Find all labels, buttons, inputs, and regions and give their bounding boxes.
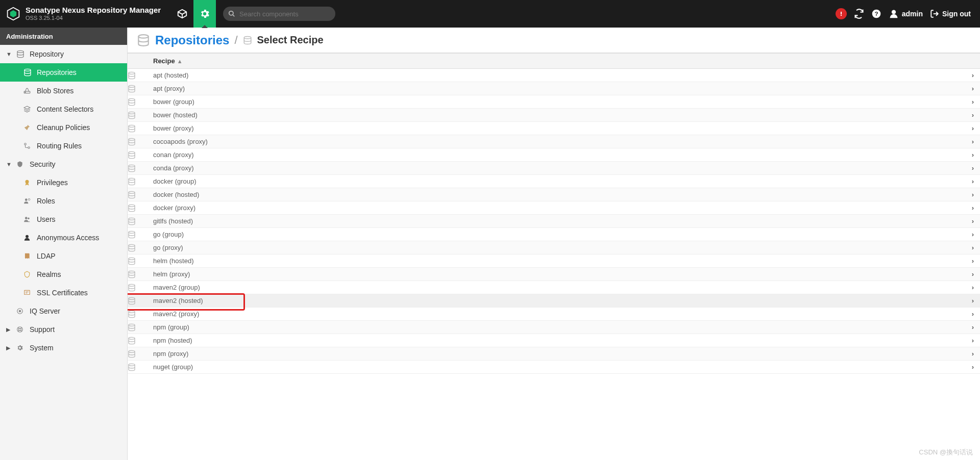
- database-icon: [128, 284, 148, 292]
- recipe-name: maven2 (hosted): [148, 297, 972, 304]
- svg-point-27: [19, 310, 21, 312]
- svg-point-37: [129, 85, 135, 87]
- chevron-right-icon: ›: [972, 270, 974, 278]
- recipe-row[interactable]: bower (group)›: [128, 95, 980, 109]
- sidebar-item-blob-stores[interactable]: Blob Stores: [0, 82, 127, 100]
- recipe-name: npm (group): [148, 323, 972, 331]
- database-icon: [243, 36, 252, 45]
- sidebar-item-realms[interactable]: Realms: [0, 265, 127, 284]
- chevron-right-icon: ›: [972, 164, 974, 172]
- recipe-row[interactable]: nuget (group)›: [128, 361, 980, 374]
- chevron-right-icon: ›: [972, 204, 974, 212]
- db-icon: [16, 50, 26, 58]
- recipe-row[interactable]: helm (hosted)›: [128, 254, 980, 268]
- database-icon: [128, 98, 148, 106]
- recipe-row[interactable]: npm (hosted)›: [128, 334, 980, 347]
- sidebar-tree: ▼RepositoryRepositoriesBlob StoresConten…: [0, 45, 127, 460]
- svg-point-19: [28, 198, 30, 200]
- caret-icon: ▶: [6, 345, 12, 351]
- help-icon[interactable]: ?: [871, 9, 881, 19]
- shield-icon: [16, 161, 26, 168]
- recipe-row[interactable]: apt (hosted)›: [128, 69, 980, 82]
- recipe-row[interactable]: bower (hosted)›: [128, 109, 980, 122]
- svg-point-40: [129, 125, 135, 127]
- sidebar-item-security[interactable]: ▼Security: [0, 155, 127, 173]
- recipe-row[interactable]: bower (proxy)›: [128, 122, 980, 135]
- recipe-row[interactable]: go (proxy)›: [128, 241, 980, 254]
- recipe-name: bower (group): [148, 98, 972, 106]
- recipe-name: helm (proxy): [148, 270, 972, 278]
- breadcrumb-separator: /: [234, 34, 237, 47]
- logo-area: Sonatype Nexus Repository Manager OSS 3.…: [0, 6, 167, 21]
- sidebar-item-label: LDAP: [37, 252, 56, 260]
- sidebar-section-header: Administration: [0, 28, 127, 45]
- svg-point-45: [129, 191, 135, 193]
- database-icon: [128, 350, 148, 358]
- sidebar-item-repositories[interactable]: Repositories: [0, 63, 127, 82]
- database-icon: [128, 164, 148, 172]
- broom-icon: [23, 124, 33, 131]
- svg-point-20: [25, 217, 28, 219]
- search-wrap: [223, 7, 335, 21]
- chevron-right-icon: ›: [972, 323, 974, 331]
- database-icon: [128, 111, 148, 119]
- sidebar-item-system[interactable]: ▶System: [0, 339, 127, 357]
- recipe-row[interactable]: npm (group)›: [128, 321, 980, 334]
- recipe-row[interactable]: maven2 (proxy)›: [128, 308, 980, 321]
- recipe-row[interactable]: helm (proxy)›: [128, 268, 980, 281]
- recipe-row[interactable]: go (group)›: [128, 228, 980, 241]
- recipe-row[interactable]: docker (group)›: [128, 175, 980, 188]
- svg-point-13: [25, 92, 26, 92]
- user-menu[interactable]: admin: [889, 9, 923, 19]
- recipe-row[interactable]: conan (proxy)›: [128, 148, 980, 162]
- sidebar-item-anonymous-access[interactable]: Anonymous Access: [0, 228, 127, 247]
- sidebar-item-ssl-certificates[interactable]: SSL Certificates: [0, 284, 127, 302]
- sidebar-item-content-selectors[interactable]: Content Selectors: [0, 100, 127, 118]
- search-input[interactable]: [223, 7, 335, 21]
- usergear-icon: [23, 197, 33, 205]
- sidebar-item-ldap[interactable]: LDAP: [0, 247, 127, 265]
- recipe-row[interactable]: gitlfs (hosted)›: [128, 215, 980, 228]
- database-icon: [128, 337, 148, 345]
- recipe-row[interactable]: maven2 (hosted)›: [128, 294, 980, 308]
- sidebar-item-routing-rules[interactable]: Routing Rules: [0, 137, 127, 155]
- gear-icon: [16, 344, 26, 351]
- sidebar-item-roles[interactable]: Roles: [0, 192, 127, 210]
- chevron-right-icon: ›: [972, 98, 974, 106]
- recipe-row[interactable]: cocoapods (proxy)›: [128, 135, 980, 148]
- sidebar-item-iq-server[interactable]: IQ Server: [0, 302, 127, 320]
- sidebar-item-support[interactable]: ▶Support: [0, 320, 127, 339]
- sidebar-item-privileges[interactable]: Privileges: [0, 173, 127, 192]
- sidebar-item-repository[interactable]: ▼Repository: [0, 45, 127, 63]
- signout-button[interactable]: Sign out: [930, 9, 971, 18]
- recipe-row[interactable]: npm (proxy)›: [128, 347, 980, 361]
- recipe-row[interactable]: conda (proxy)›: [128, 162, 980, 175]
- recipe-row[interactable]: maven2 (group)›: [128, 281, 980, 294]
- recipe-row[interactable]: docker (hosted)›: [128, 188, 980, 201]
- refresh-icon[interactable]: [854, 9, 864, 19]
- sidebar-item-users[interactable]: Users: [0, 210, 127, 228]
- recipe-name: helm (hosted): [148, 257, 972, 265]
- nav-admin-button[interactable]: [193, 0, 216, 28]
- top-nav: [171, 0, 216, 28]
- svg-point-47: [129, 218, 135, 220]
- chevron-right-icon: ›: [972, 244, 974, 251]
- sidebar-item-label: Content Selectors: [37, 105, 93, 113]
- alert-badge[interactable]: [836, 8, 847, 19]
- chevron-right-icon: ›: [972, 177, 974, 185]
- sidebar-item-cleanup-policies[interactable]: Cleanup Policies: [0, 118, 127, 137]
- recipe-name: bower (hosted): [148, 111, 972, 119]
- database-icon: [128, 257, 148, 265]
- recipe-row[interactable]: docker (proxy)›: [128, 201, 980, 215]
- recipe-name: docker (group): [148, 177, 972, 185]
- nav-browse-button[interactable]: [171, 0, 193, 28]
- recipe-name: npm (proxy): [148, 350, 972, 357]
- recipe-name: maven2 (group): [148, 284, 972, 291]
- topbar: Sonatype Nexus Repository Manager OSS 3.…: [0, 0, 980, 28]
- recipe-name: docker (proxy): [148, 204, 972, 212]
- recipe-row[interactable]: apt (proxy)›: [128, 82, 980, 95]
- breadcrumb-root[interactable]: Repositories: [155, 33, 229, 47]
- anon-icon: [23, 234, 33, 241]
- grid-header-recipe[interactable]: Recipe ▲: [148, 57, 188, 65]
- svg-point-42: [129, 151, 135, 154]
